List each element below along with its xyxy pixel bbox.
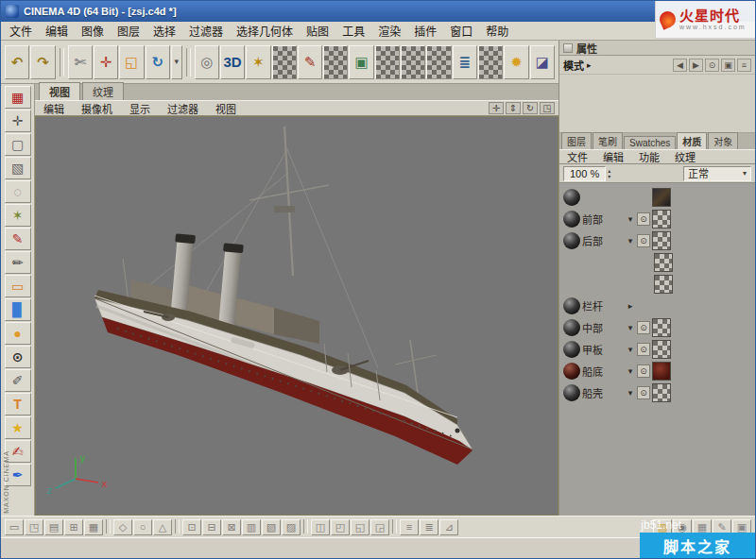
tool-history-dropdown-icon[interactable]: ▾ xyxy=(171,45,182,79)
viewport-tab[interactable]: 纹理 xyxy=(82,82,124,100)
pan-view-icon[interactable]: ✛ xyxy=(489,102,504,114)
menu-item[interactable]: 渲染 xyxy=(371,21,407,41)
material-sphere-icon[interactable] xyxy=(563,211,580,228)
expand-arrow-icon[interactable]: ▾ xyxy=(626,236,635,246)
bottom-tool-icon[interactable] xyxy=(106,519,111,534)
texture-channel-icon[interactable] xyxy=(323,45,348,79)
material-row[interactable] xyxy=(561,252,755,273)
layout-icon[interactable]: ▤ xyxy=(44,519,63,535)
texture-thumbnail[interactable] xyxy=(652,231,671,250)
visibility-toggle-icon[interactable]: ⊙ xyxy=(637,234,650,247)
lasso-select-icon[interactable]: ◌ xyxy=(5,180,31,203)
quad-2-icon[interactable]: ◱ xyxy=(351,519,369,535)
fill-bucket-icon[interactable]: ▉ xyxy=(5,298,31,321)
light-icon[interactable]: ✹ xyxy=(504,45,528,79)
maximize-view-icon[interactable]: ◳ xyxy=(540,102,555,114)
blend-mode-dropdown[interactable]: 正常 ▾ xyxy=(683,166,751,181)
paint-setup-wizard-icon[interactable]: ✶ xyxy=(246,45,270,79)
wedge-icon[interactable]: ⊿ xyxy=(439,519,458,535)
move-tool-icon[interactable]: ✛ xyxy=(94,45,118,79)
panel-tab[interactable]: 图层 xyxy=(561,132,592,149)
texture-thumbnail[interactable] xyxy=(652,318,671,337)
material-sphere-icon[interactable] xyxy=(563,341,580,358)
uv-checker-2-icon[interactable] xyxy=(401,45,425,79)
menu-item[interactable]: 帮助 xyxy=(479,21,515,41)
eyedropper-icon[interactable]: ✐ xyxy=(5,369,31,392)
menu-item[interactable]: 选择 xyxy=(146,21,182,41)
visibility-toggle-icon[interactable]: ⊙ xyxy=(637,343,650,356)
uv-checker-3-icon[interactable] xyxy=(426,45,451,79)
search-icon[interactable]: ⊙ xyxy=(705,59,719,72)
menu-item[interactable]: 工具 xyxy=(335,21,371,41)
material-row[interactable]: 船壳 ▾ ⊙ xyxy=(561,382,755,403)
lock-icon[interactable]: ▣ xyxy=(721,59,735,72)
paint-3d-icon[interactable]: 3D xyxy=(220,45,245,79)
material-row[interactable]: 船底 ▾ ⊙ xyxy=(561,361,755,381)
paint-brush-icon[interactable]: ✎ xyxy=(5,228,31,250)
material-sphere-icon[interactable] xyxy=(563,363,580,380)
panel-tab[interactable]: 笔刷 xyxy=(593,132,623,149)
visibility-toggle-icon[interactable]: ⊙ xyxy=(637,364,650,378)
material-menu-item[interactable]: 编辑 xyxy=(595,149,631,164)
box-icon[interactable]: ⊡ xyxy=(182,519,201,535)
menu-item[interactable]: 编辑 xyxy=(39,21,75,41)
add-view-icon[interactable]: ⊞ xyxy=(64,519,83,535)
material-row[interactable] xyxy=(561,187,755,208)
toolbar-icon[interactable] xyxy=(186,48,191,76)
axis-mode-icon[interactable]: ◎ xyxy=(195,45,219,79)
zoom-stepper[interactable]: ▴ ▾ xyxy=(608,168,610,179)
bottom-tool-icon[interactable] xyxy=(175,519,180,534)
menu-item[interactable]: 窗口 xyxy=(443,21,479,41)
viewport-menu-item[interactable]: 摄像机 xyxy=(73,100,121,117)
menu-item[interactable]: 图层 xyxy=(111,21,146,41)
texture-thumbnail[interactable] xyxy=(654,253,673,272)
material-sphere-icon[interactable] xyxy=(563,297,580,314)
visibility-toggle-icon[interactable]: ⊙ xyxy=(637,212,650,226)
eraser-icon[interactable]: ▭ xyxy=(5,275,31,297)
material-sphere-icon[interactable] xyxy=(563,319,580,336)
quad-3-icon[interactable]: ◲ xyxy=(370,519,389,535)
material-sphere-icon[interactable] xyxy=(563,384,580,401)
material-menu-item[interactable]: 文件 xyxy=(559,149,595,164)
material-menu-item[interactable]: 功能 xyxy=(631,149,667,164)
minus-box-icon[interactable]: ⊟ xyxy=(202,519,221,535)
rotate-tool-icon[interactable]: ↻ xyxy=(146,45,170,79)
menu-item[interactable]: 插件 xyxy=(407,21,443,41)
menu-item[interactable]: 选择几何体 xyxy=(230,21,300,41)
texture-thumbnail[interactable] xyxy=(654,275,673,294)
material-sphere-icon[interactable] xyxy=(563,232,580,249)
texture-thumbnail[interactable] xyxy=(652,383,671,402)
expand-arrow-icon[interactable]: ▾ xyxy=(626,323,635,332)
zoom-step-down-icon[interactable]: ▾ xyxy=(608,174,610,179)
material-row[interactable]: 甲板 ▾ ⊙ xyxy=(561,339,755,360)
viewport-menu-item[interactable]: 显示 xyxy=(121,100,159,117)
star-shape-icon[interactable]: ★ xyxy=(5,416,31,439)
expand-arrow-icon[interactable]: ▾ xyxy=(626,366,635,376)
magic-wand-icon[interactable]: ✶ xyxy=(5,204,31,227)
texture-thumbnail[interactable] xyxy=(652,188,671,207)
panel-tab[interactable]: 对象 xyxy=(708,132,738,149)
magnify-icon[interactable]: ⊙ xyxy=(5,346,31,368)
material-menu-item[interactable]: 纹理 xyxy=(667,149,703,164)
material-row[interactable]: 后部 ▾ ⊙ xyxy=(561,230,755,251)
menu-item[interactable]: 贴图 xyxy=(300,21,335,41)
shape-icon[interactable]: ◇ xyxy=(113,519,132,535)
knife-tool-icon[interactable]: ✄ xyxy=(68,45,93,79)
crop-icon[interactable]: ▢ xyxy=(5,133,31,156)
material-sphere-icon[interactable] xyxy=(563,189,580,206)
brush-preset-icon[interactable]: ✎ xyxy=(298,45,322,79)
bottom-tool-icon[interactable] xyxy=(303,519,308,534)
toolbar-icon[interactable] xyxy=(60,48,64,76)
hatch-icon[interactable]: ▨ xyxy=(282,519,301,535)
viewport-menu-item[interactable]: 过滤器 xyxy=(159,100,207,117)
bottom-tool-icon[interactable] xyxy=(392,519,397,534)
render-picture-icon[interactable]: ▣ xyxy=(349,45,373,79)
quad-1-icon[interactable]: ◰ xyxy=(331,519,350,535)
rows-icon[interactable]: ▥ xyxy=(242,519,261,535)
snap-icon[interactable]: ▭ xyxy=(5,519,24,535)
uv-graph-icon[interactable]: ≣ xyxy=(453,45,477,79)
stack-icon[interactable]: ≣ xyxy=(420,519,438,535)
scale-tool-icon[interactable]: ◱ xyxy=(119,45,144,79)
uv-checker-1-icon[interactable] xyxy=(375,45,400,79)
expand-arrow-icon[interactable]: ▸ xyxy=(626,301,635,311)
